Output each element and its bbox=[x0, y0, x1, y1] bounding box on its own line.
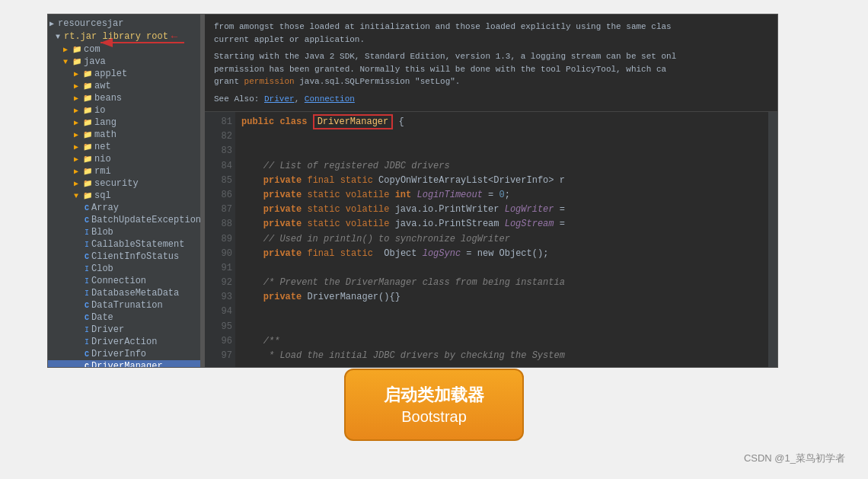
class-icon-date: C bbox=[85, 314, 89, 322]
tree-item-net[interactable]: ▶ 📁 net bbox=[48, 141, 200, 153]
tree-item-security[interactable]: ▶ 📁 security bbox=[48, 177, 200, 190]
doc-line-6: grant permission java.sql.SQLPermission … bbox=[214, 75, 768, 88]
class-icon-drivermanager: C bbox=[85, 362, 89, 368]
folder-icon-sql: ▼ 📁 bbox=[74, 191, 92, 200]
tree-item-driverinfo[interactable]: C DriverInfo bbox=[48, 348, 200, 360]
interface-icon-driveraction: I bbox=[85, 338, 89, 346]
folder-icon-lang: ▶ 📁 bbox=[74, 118, 92, 127]
folder-icon-io: ▶ 📁 bbox=[74, 106, 92, 115]
code-line-86: private static volatile int LoginTimeout… bbox=[241, 188, 762, 203]
code-line-84: // List of registered JDBC drivers bbox=[241, 159, 762, 174]
tree-item-connection[interactable]: I Connection bbox=[48, 275, 200, 287]
tree-item-lang[interactable]: ▶ 📁 lang bbox=[48, 117, 200, 129]
bootstrap-en-text: Bootstrap bbox=[384, 408, 484, 426]
tree-item-driver[interactable]: I Driver bbox=[48, 324, 200, 336]
main-container: ▶ resourcesjar ▼ rt.jar library root ← ▶… bbox=[0, 0, 868, 479]
tree-item-awt[interactable]: ▶ 📁 awt bbox=[48, 80, 200, 92]
tree-item-array[interactable]: C Array bbox=[48, 202, 200, 214]
tree-item-applet[interactable]: ▶ 📁 applet bbox=[48, 68, 200, 80]
doc-line-5: permission has been granted. Normally th… bbox=[214, 63, 768, 76]
folder-icon-beans: ▶ 📁 bbox=[74, 94, 92, 103]
folder-icon-java: ▼ 📁 bbox=[63, 57, 81, 66]
tree-item-drivermanager[interactable]: C DriverManager bbox=[48, 360, 200, 367]
interface-icon-clob: I bbox=[85, 265, 89, 273]
class-icon-client: C bbox=[85, 253, 89, 261]
bootstrap-zh-text: 启动类加载器 bbox=[384, 384, 484, 407]
class-icon-array: C bbox=[85, 204, 89, 212]
csdn-watermark: CSDN @1_菜鸟初学者 bbox=[744, 452, 845, 465]
doc-line-4: Starting with the Java 2 SDK, Standard E… bbox=[214, 50, 768, 63]
vertical-scrollbar[interactable] bbox=[768, 112, 777, 367]
tree-item-rmi[interactable]: ▶ 📁 rmi bbox=[48, 165, 200, 177]
doc-line-2: current applet or application. bbox=[214, 34, 768, 46]
ide-window: ▶ resourcesjar ▼ rt.jar library root ← ▶… bbox=[47, 14, 778, 368]
interface-icon-driver: I bbox=[85, 326, 89, 334]
tree-item-sql[interactable]: ▼ 📁 sql bbox=[48, 190, 200, 202]
watermark-text: CSDN @1_菜鸟初学者 bbox=[744, 452, 845, 464]
interface-icon-blob: I bbox=[85, 228, 89, 237]
doc-line-1: from amongst those loaded at initializat… bbox=[214, 21, 768, 34]
tree-item-databasemetadata[interactable]: I DatabaseMetaData bbox=[48, 287, 200, 299]
code-editor: from amongst those loaded at initializat… bbox=[205, 14, 777, 367]
code-line-83 bbox=[241, 144, 762, 158]
code-area: 81 82 83 84 85 86 87 88 89 90 91 92 93 9… bbox=[205, 112, 777, 367]
tree-item-clientinfostatus[interactable]: C ClientInfoStatus bbox=[48, 251, 200, 263]
folder-icon-nio: ▶ 📁 bbox=[74, 155, 92, 164]
folder-icon-net: ▶ 📁 bbox=[74, 142, 92, 152]
tree-item-com[interactable]: ▶ 📁 com bbox=[48, 43, 200, 56]
tree-item-clob[interactable]: I Clob bbox=[48, 263, 200, 275]
code-line-88: private static volatile java.io.PrintStr… bbox=[241, 217, 762, 232]
tree-item-java[interactable]: ▼ 📁 java bbox=[48, 56, 200, 68]
folder-icon-applet: ▶ 📁 bbox=[74, 69, 92, 78]
doc-comment-area: from amongst those loaded at initializat… bbox=[205, 14, 777, 112]
folder-icon-security: ▶ 📁 bbox=[74, 179, 92, 188]
code-line-93: private DriverManager(){} bbox=[241, 290, 762, 305]
code-line-96: /** bbox=[241, 334, 762, 349]
folder-icon-rmi: ▶ 📁 bbox=[74, 167, 92, 176]
tree-item-driveraction[interactable]: I DriverAction bbox=[48, 336, 200, 348]
code-line-97: * Load the initial JDBC drivers by check… bbox=[241, 349, 762, 363]
tree-item-callablestatement[interactable]: I CallableStatement bbox=[48, 238, 200, 251]
code-line-90: private final static Object logSync = ne… bbox=[241, 247, 762, 261]
class-icon-data: C bbox=[85, 302, 89, 310]
code-line-85: private final static CopyOnWriteArrayLis… bbox=[241, 174, 762, 188]
tree-item-resourcesjar[interactable]: ▶ resourcesjar bbox=[48, 18, 200, 30]
bootstrap-button[interactable]: 启动类加载器 Bootstrap bbox=[344, 369, 524, 441]
tree-item-date[interactable]: C Date bbox=[48, 311, 200, 324]
code-line-91 bbox=[241, 261, 762, 276]
interface-icon-connection: I bbox=[85, 277, 89, 286]
file-tree-panel: ▶ resourcesjar ▼ rt.jar library root ← ▶… bbox=[48, 14, 200, 367]
tree-item-nio[interactable]: ▶ 📁 nio bbox=[48, 153, 200, 165]
interface-icon-callable: I bbox=[85, 241, 89, 249]
folder-icon-com: ▶ 📁 bbox=[63, 45, 81, 54]
tree-item-datatrunation[interactable]: C DataTrunation bbox=[48, 299, 200, 311]
code-line-82 bbox=[241, 129, 762, 144]
folder-icon-math: ▶ 📁 bbox=[74, 130, 92, 139]
tree-item-math[interactable]: ▶ 📁 math bbox=[48, 129, 200, 141]
code-content: public class DriverManager { // List of … bbox=[235, 112, 768, 367]
expand-icon: ▼ bbox=[56, 33, 60, 41]
interface-icon-dbmeta: I bbox=[85, 289, 89, 298]
code-line-81: public class DriverManager { bbox=[241, 115, 762, 129]
code-line-87: private static volatile java.io.PrintWri… bbox=[241, 203, 762, 217]
code-line-89: // Used in println() to synchronize logW… bbox=[241, 232, 762, 247]
class-icon-driverinfo: C bbox=[85, 350, 89, 359]
tree-item-batchupdateexception[interactable]: C BatchUpdateException bbox=[48, 214, 200, 226]
code-line-94 bbox=[241, 305, 762, 319]
class-icon-batch: C bbox=[85, 216, 89, 225]
folder-collapse-icon: ▶ bbox=[49, 19, 54, 28]
tree-item-beans[interactable]: ▶ 📁 beans bbox=[48, 92, 200, 104]
code-line-92: /* Prevent the DriverManager class from … bbox=[241, 276, 762, 290]
code-line-95 bbox=[241, 320, 762, 334]
doc-line-8: See Also: Driver, Connection bbox=[214, 93, 768, 106]
folder-icon-awt: ▶ 📁 bbox=[74, 81, 92, 91]
tree-item-rtjar[interactable]: ▼ rt.jar library root ← bbox=[48, 30, 200, 43]
tree-item-blob[interactable]: I Blob bbox=[48, 226, 200, 238]
line-numbers: 81 82 83 84 85 86 87 88 89 90 91 92 93 9… bbox=[205, 112, 235, 367]
tree-item-io[interactable]: ▶ 📁 io bbox=[48, 104, 200, 117]
